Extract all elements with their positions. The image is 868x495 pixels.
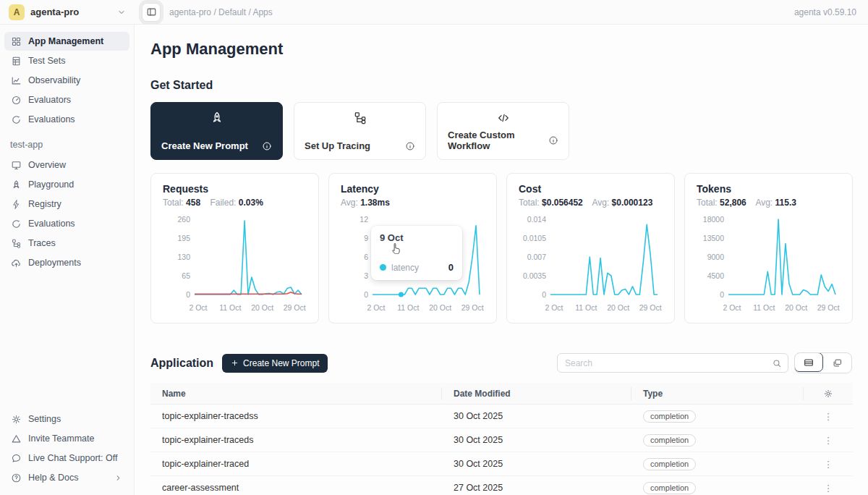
svg-text:18000: 18000 <box>703 215 724 224</box>
gear-icon <box>823 389 833 399</box>
sidebar-item-label: Registry <box>28 199 61 209</box>
monitor-icon <box>10 160 22 171</box>
svg-text:0.007: 0.007 <box>527 253 546 261</box>
sidebar-item-label: Playground <box>28 179 74 190</box>
sidebar-app-group-label: test-app <box>10 140 134 150</box>
sidebar-item-app-evaluations[interactable]: Evaluations <box>4 214 129 233</box>
sidebar-item-label: Evaluators <box>28 95 71 105</box>
svg-text:29 Oct: 29 Oct <box>461 303 484 312</box>
workspace-name: agenta-pro <box>30 7 111 17</box>
sidebar-item-test-sets[interactable]: Test Sets <box>4 51 129 70</box>
application-heading: Application <box>150 357 213 370</box>
svg-text:9000: 9000 <box>707 253 725 261</box>
sidebar-item-label: App Management <box>28 36 103 46</box>
search-icon[interactable] <box>772 358 782 368</box>
card-label: Set Up Tracing <box>305 140 370 151</box>
grid-icon <box>10 36 22 47</box>
svg-text:260: 260 <box>177 215 190 224</box>
column-header-date-modified[interactable]: Date Modified <box>442 387 631 400</box>
sidebar-item-app-management[interactable]: App Management <box>4 32 129 51</box>
requests-chart[interactable]: 0651301952602 Oct11 Oct20 Oct29 Oct <box>158 211 307 321</box>
app-name: topic-explainer-traceds <box>150 435 442 445</box>
sidebar-item-help-docs[interactable]: Help & Docs <box>4 468 129 487</box>
sidebar-item-label: Evaluations <box>28 219 75 229</box>
workspace-selector[interactable]: A agenta-pro <box>0 4 135 20</box>
hand-cursor-icon <box>390 242 402 254</box>
sidebar-item-label: Evaluations <box>28 114 75 124</box>
svg-text:0: 0 <box>364 290 368 299</box>
rocket-icon <box>10 179 22 190</box>
search-input[interactable] <box>565 358 772 368</box>
sidebar-item-registry[interactable]: Registry <box>4 195 129 213</box>
info-icon[interactable] <box>548 135 558 145</box>
sidebar-item-playground[interactable]: Playground <box>4 175 129 194</box>
column-settings[interactable] <box>804 387 853 400</box>
sidebar-item-deployments[interactable]: Deployments <box>4 253 129 272</box>
svg-text:11 Oct: 11 Oct <box>397 303 419 312</box>
metric-stats: Total: $0.056452 Avg: $0.000123 <box>514 198 663 208</box>
svg-text:11 Oct: 11 Oct <box>753 303 775 312</box>
table-view-button[interactable] <box>794 352 823 372</box>
sidebar-spacer <box>0 273 134 410</box>
row-actions-menu[interactable]: ⋮ <box>820 459 838 470</box>
chat-icon <box>10 453 22 464</box>
column-header-name[interactable]: Name <box>150 387 442 400</box>
set-up-tracing-card[interactable]: Set Up Tracing <box>294 102 426 160</box>
requests-metric-card: Requests Total: 458 Failed: 0.03% 065130… <box>150 173 319 323</box>
sidebar-item-overview[interactable]: Overview <box>4 156 129 174</box>
gauge-icon <box>10 95 22 106</box>
sidebar-item-evaluations[interactable]: Evaluations <box>4 110 129 129</box>
cost-chart[interactable]: 00.00350.0070.01050.0142 Oct11 Oct20 Oct… <box>514 211 663 321</box>
svg-text:6: 6 <box>364 253 368 261</box>
sidebar-item-traces[interactable]: Traces <box>4 234 129 253</box>
breadcrumb[interactable]: agenta-pro / Default / Apps <box>169 7 794 17</box>
info-icon[interactable] <box>262 141 272 151</box>
type-badge: completion <box>643 482 696 494</box>
chart-tooltip: 9 Oct latency 0 <box>371 226 462 280</box>
rocket-icon <box>161 111 272 125</box>
sidebar-collapse-button[interactable] <box>142 3 161 22</box>
card-view-icon <box>832 358 843 368</box>
applications-table: Name Date Modified Type topic-explainer-… <box>150 383 853 495</box>
card-view-button[interactable] <box>822 353 851 373</box>
tokens-chart[interactable]: 04500900013500180002 Oct11 Oct20 Oct29 O… <box>692 211 841 321</box>
table-row[interactable]: career-assessment 27 Oct 2025 completion… <box>150 476 853 495</box>
sidebar-item-label: Invite Teammate <box>28 433 94 444</box>
svg-text:11 Oct: 11 Oct <box>575 303 597 312</box>
bolt-icon <box>10 199 22 210</box>
cost-metric-card: Cost Total: $0.056452 Avg: $0.000123 00.… <box>506 173 675 323</box>
svg-text:130: 130 <box>177 253 190 261</box>
eval-circle-icon <box>10 219 22 229</box>
app-root: A agenta-pro agenta-pro / Default / Apps… <box>0 0 868 495</box>
create-new-prompt-button[interactable]: Create New Prompt <box>222 354 328 373</box>
create-custom-workflow-card[interactable]: Create Custom Workflow <box>437 102 569 160</box>
svg-text:0: 0 <box>186 290 190 299</box>
row-actions-menu[interactable]: ⋮ <box>820 483 838 494</box>
sidebar-item-live-chat[interactable]: Live Chat Support: Off <box>4 449 129 468</box>
page-title: App Management <box>150 40 852 59</box>
table-row[interactable]: topic-explainer-traceds 30 Oct 2025 comp… <box>150 428 853 452</box>
panel-left-icon <box>146 7 157 17</box>
app-date-modified: 30 Oct 2025 <box>442 411 631 421</box>
table-view-icon <box>803 357 814 368</box>
info-icon[interactable] <box>405 141 415 151</box>
card-label: Create New Prompt <box>161 140 248 151</box>
get-started-heading: Get Started <box>150 79 852 92</box>
row-actions-menu[interactable]: ⋮ <box>820 435 838 446</box>
column-header-type[interactable]: Type <box>631 387 804 400</box>
table-icon <box>10 56 22 67</box>
sidebar-item-settings[interactable]: Settings <box>4 410 129 428</box>
table-row[interactable]: topic-explainer-traced 30 Oct 2025 compl… <box>150 452 853 476</box>
trace-tree-icon <box>10 238 22 249</box>
metric-title: Latency <box>336 183 485 195</box>
create-new-prompt-card[interactable]: Create New Prompt <box>150 102 283 160</box>
table-row[interactable]: topic-explainer-tracedss 30 Oct 2025 com… <box>150 405 853 428</box>
sidebar-item-invite-teammate[interactable]: Invite Teammate <box>4 429 129 448</box>
sidebar-item-evaluators[interactable]: Evaluators <box>4 90 129 109</box>
sidebar-item-label: Observability <box>28 75 80 85</box>
svg-text:3: 3 <box>364 271 368 280</box>
trace-tree-icon <box>305 111 415 125</box>
sidebar-item-observability[interactable]: Observability <box>4 71 129 90</box>
chart-line-icon <box>10 75 22 86</box>
row-actions-menu[interactable]: ⋮ <box>820 411 838 422</box>
